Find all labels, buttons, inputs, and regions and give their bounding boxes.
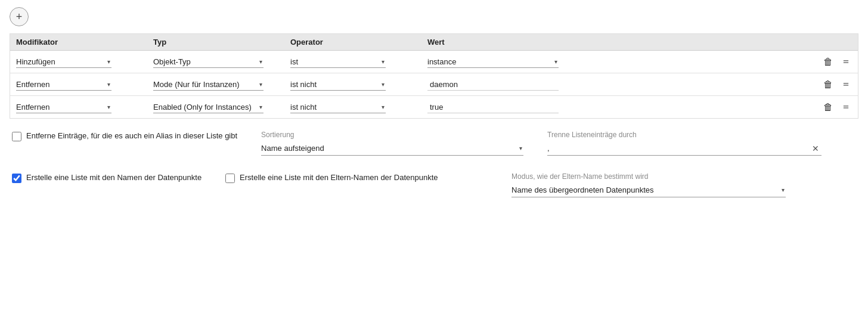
modus-col: Modus, wie der Eltern-Name bestimmt wird… [512,172,786,197]
wert-cell-2: daemon [427,79,816,91]
operator-cell-1: ist ist nicht ▾ [290,56,427,68]
operator-select-1[interactable]: ist ist nicht [290,56,386,67]
operator-select-2[interactable]: ist ist nicht [290,79,386,90]
left-column: Entferne Einträge, für die es auch ein A… [12,131,237,156]
equals-button-3[interactable]: ＝ [840,100,852,115]
typ-select-wrap-2: Objekt-Typ Mode (Nur für Instanzen) Enab… [153,79,264,91]
operator-select-wrap-2: ist ist nicht ▾ [290,79,386,91]
sortierung-select[interactable]: Name aufsteigend Name absteigend ID aufs… [261,141,523,155]
modifikator-select-wrap-3: Hinzufügen Entfernen ▾ [16,101,111,113]
typ-cell-3: Objekt-Typ Mode (Nur für Instanzen) Enab… [153,101,290,113]
operator-select-3[interactable]: ist ist nicht [290,101,386,113]
table-row: Hinzufügen Entfernen ▾ Objekt-Typ Mode (… [10,51,858,73]
modifikator-select-1[interactable]: Hinzufügen Entfernen [16,56,111,67]
modifikator-cell-3: Hinzufügen Entfernen ▾ [16,101,153,113]
remove-aliases-row: Entferne Einträge, für die es auch ein A… [12,131,237,141]
modifikator-select-wrap-1: Hinzufügen Entfernen ▾ [16,56,111,68]
create-name-list-checkbox[interactable] [12,174,21,183]
typ-select-wrap-1: Objekt-Typ Mode (Nur für Instanzen) Enab… [153,56,264,68]
wert-cell-1: instance daemon true ▾ [427,56,816,68]
modifikator-select-3[interactable]: Hinzufügen Entfernen [16,101,111,113]
typ-cell-1: Objekt-Typ Mode (Nur für Instanzen) Enab… [153,56,290,68]
modus-select-wrap: Name des übergeordneten Datenpunktes ID … [512,183,786,197]
typ-select-2[interactable]: Objekt-Typ Mode (Nur für Instanzen) Enab… [153,79,264,90]
plus-icon: + [16,11,23,23]
modifikator-cell-1: Hinzufügen Entfernen ▾ [16,56,153,68]
modus-select[interactable]: Name des übergeordneten Datenpunktes ID … [512,183,786,197]
header-typ: Typ [153,38,290,47]
wert-text-2: daemon [427,79,559,91]
delete-button-3[interactable]: 🗑 [822,101,834,114]
right-column: Trenne Listeneinträge durch ✕ [547,131,822,156]
delete-button-2[interactable]: 🗑 [822,78,834,91]
main-container: + Modifikator Typ Operator Wert Hinzufüg… [0,0,868,207]
equals-button-1[interactable]: ＝ [840,54,852,69]
separator-input[interactable] [547,141,807,155]
operator-cell-2: ist ist nicht ▾ [290,79,427,91]
header-actions [816,38,852,47]
sortierung-label: Sortierung [261,131,523,139]
rules-table: Modifikator Typ Operator Wert Hinzufügen… [10,33,858,119]
separator-input-wrap: ✕ [547,141,822,156]
typ-select-wrap-3: Objekt-Typ Mode (Nur für Instanzen) Enab… [153,101,264,113]
create-parent-list-col: Erstelle eine Liste mit den Eltern-Namen… [225,172,488,197]
create-parent-list-label: Erstelle eine Liste mit den Eltern-Namen… [240,172,438,183]
header-modifikator: Modifikator [16,38,153,47]
operator-select-wrap-3: ist ist nicht ▾ [290,101,386,113]
create-parent-list-checkbox[interactable] [225,174,235,183]
equals-button-2[interactable]: ＝ [840,77,852,92]
delete-button-1[interactable]: 🗑 [822,55,834,69]
separator-label: Trenne Listeneinträge durch [547,131,822,139]
operator-select-wrap-1: ist ist nicht ▾ [290,56,386,68]
table-row: Hinzufügen Entfernen ▾ Objekt-Typ Mode (… [10,96,858,118]
bottom-section: Entferne Einträge, für die es auch ein A… [10,131,858,156]
typ-select-1[interactable]: Objekt-Typ Mode (Nur für Instanzen) Enab… [153,56,264,67]
create-name-list-col: Erstelle eine Liste mit den Namen der Da… [12,172,202,197]
separator-clear-button[interactable]: ✕ [810,143,822,154]
wert-select-1[interactable]: instance daemon true [427,56,559,67]
middle-column: Sortierung Name aufsteigend Name absteig… [261,131,523,156]
create-name-list-row: Erstelle eine Liste mit den Namen der Da… [12,172,202,183]
add-rule-button[interactable]: + [10,7,29,26]
wert-select-wrap-1: instance daemon true ▾ [427,56,559,68]
bottom-row2: Erstelle eine Liste mit den Namen der Da… [10,172,858,197]
header-wert: Wert [427,38,816,47]
wert-text-3: true [427,101,559,113]
typ-cell-2: Objekt-Typ Mode (Nur für Instanzen) Enab… [153,79,290,91]
table-header: Modifikator Typ Operator Wert [10,34,858,51]
create-parent-list-row: Erstelle eine Liste mit den Eltern-Namen… [225,172,488,183]
modifikator-select-2[interactable]: Hinzufügen Entfernen [16,79,111,90]
remove-aliases-label: Entferne Einträge, für die es auch ein A… [26,131,237,141]
create-name-list-label: Erstelle eine Liste mit den Namen der Da… [26,172,202,183]
modus-label: Modus, wie der Eltern-Name bestimmt wird [512,172,786,181]
remove-aliases-checkbox[interactable] [12,132,21,141]
modifikator-select-wrap-2: Hinzufügen Entfernen ▾ [16,79,111,91]
actions-cell-3: 🗑 ＝ [816,100,852,115]
modifikator-cell-2: Hinzufügen Entfernen ▾ [16,79,153,91]
typ-select-3[interactable]: Objekt-Typ Mode (Nur für Instanzen) Enab… [153,101,264,113]
table-row: Hinzufügen Entfernen ▾ Objekt-Typ Mode (… [10,73,858,96]
header-operator: Operator [290,38,427,47]
sortierung-select-wrap: Name aufsteigend Name absteigend ID aufs… [261,141,523,156]
actions-cell-2: 🗑 ＝ [816,77,852,92]
operator-cell-3: ist ist nicht ▾ [290,101,427,113]
actions-cell-1: 🗑 ＝ [816,54,852,69]
wert-cell-3: true [427,101,816,113]
